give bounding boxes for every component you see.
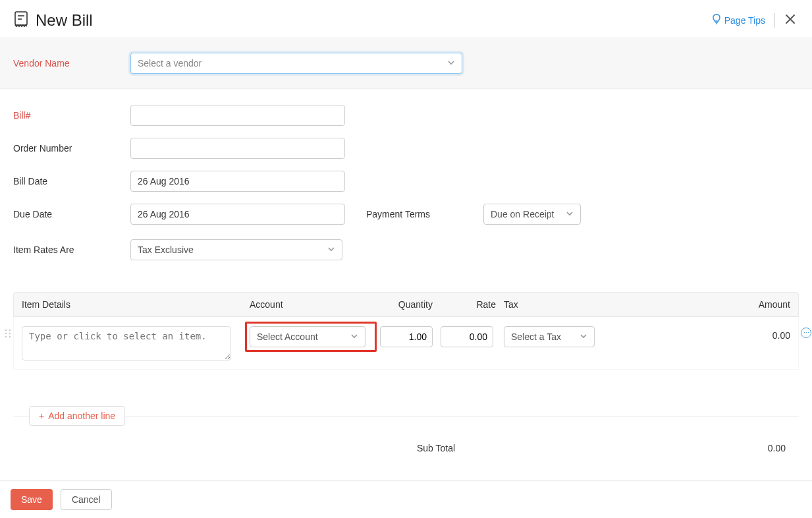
col-account: Account bbox=[250, 299, 380, 310]
row-more-button[interactable]: ⋯ bbox=[801, 328, 811, 338]
table-row: Select Account Select a Tax 0.00 bbox=[13, 317, 799, 370]
payment-terms-value: Due on Receipt bbox=[491, 209, 555, 219]
save-button[interactable]: Save bbox=[11, 489, 53, 510]
account-placeholder: Select Account bbox=[257, 331, 318, 342]
bill-no-input[interactable] bbox=[130, 105, 345, 126]
plus-icon: + bbox=[39, 411, 44, 421]
chevron-down-icon bbox=[566, 209, 574, 219]
due-date-input[interactable] bbox=[130, 204, 345, 225]
svg-point-7 bbox=[5, 330, 7, 331]
col-tax: Tax bbox=[504, 299, 601, 310]
title-group: New Bill bbox=[13, 11, 93, 30]
svg-point-10 bbox=[9, 333, 11, 335]
account-select[interactable]: Select Account bbox=[250, 326, 365, 347]
subtotal-value: 0.00 bbox=[768, 443, 786, 453]
chevron-down-icon bbox=[350, 331, 358, 342]
item-rates-select[interactable]: Tax Exclusive bbox=[130, 239, 342, 260]
col-quantity: Quantity bbox=[380, 299, 441, 310]
bill-date-input[interactable] bbox=[130, 171, 345, 192]
vendor-select-placeholder: Select a vendor bbox=[138, 58, 202, 69]
lightbulb-icon bbox=[712, 14, 721, 26]
due-date-label: Due Date bbox=[13, 209, 130, 219]
drag-handle-icon[interactable] bbox=[5, 329, 11, 340]
bill-date-label: Bill Date bbox=[13, 176, 130, 187]
divider bbox=[774, 13, 775, 28]
bill-no-label: Bill# bbox=[13, 110, 130, 121]
form-area: Bill# Order Number Bill Date Due Date Pa… bbox=[0, 89, 812, 279]
items-table: Item Details Account Quantity Rate Tax A… bbox=[13, 292, 799, 370]
rate-input[interactable] bbox=[441, 326, 493, 347]
svg-point-9 bbox=[5, 333, 7, 335]
chevron-down-icon bbox=[327, 245, 335, 255]
item-rates-value: Tax Exclusive bbox=[138, 245, 194, 255]
item-details-input[interactable] bbox=[22, 326, 231, 360]
col-rate: Rate bbox=[441, 299, 504, 310]
tax-placeholder: Select a Tax bbox=[511, 331, 561, 342]
page-header: New Bill Page Tips bbox=[0, 0, 812, 38]
page-title: New Bill bbox=[36, 11, 93, 30]
page-tips-link[interactable]: Page Tips bbox=[712, 14, 765, 26]
bill-icon bbox=[13, 11, 29, 30]
svg-point-8 bbox=[9, 330, 11, 331]
tax-select[interactable]: Select a Tax bbox=[504, 326, 595, 347]
order-no-label: Order Number bbox=[13, 143, 130, 154]
table-header: Item Details Account Quantity Rate Tax A… bbox=[13, 292, 799, 317]
vendor-name-label: Vendor Name bbox=[13, 58, 130, 69]
close-button[interactable] bbox=[784, 13, 796, 27]
amount-value: 0.00 bbox=[603, 326, 790, 341]
svg-point-11 bbox=[5, 336, 7, 338]
svg-point-12 bbox=[9, 336, 11, 338]
header-actions: Page Tips bbox=[712, 13, 796, 28]
order-no-input[interactable] bbox=[130, 138, 345, 159]
chevron-down-icon bbox=[580, 331, 587, 342]
payment-terms-label: Payment Terms bbox=[366, 209, 483, 219]
add-line-label: Add another line bbox=[48, 411, 115, 421]
payment-terms-select[interactable]: Due on Receipt bbox=[483, 204, 581, 225]
col-amount: Amount bbox=[601, 299, 790, 310]
item-rates-label: Item Rates Are bbox=[13, 245, 130, 255]
vendor-section: Vendor Name Select a vendor bbox=[0, 38, 812, 89]
add-line-row: + Add another line bbox=[13, 416, 799, 417]
page-tips-label: Page Tips bbox=[724, 15, 765, 26]
svg-rect-0 bbox=[15, 12, 27, 25]
col-item: Item Details bbox=[22, 299, 250, 310]
account-highlight: Select Account bbox=[245, 322, 377, 352]
subtotal-label: Sub Total bbox=[417, 443, 455, 453]
row-actions: ⋯ ✕ bbox=[801, 328, 812, 338]
chevron-down-icon bbox=[447, 58, 455, 69]
cancel-button[interactable]: Cancel bbox=[61, 489, 112, 510]
add-line-button[interactable]: + Add another line bbox=[29, 406, 125, 426]
vendor-select[interactable]: Select a vendor bbox=[130, 53, 462, 74]
quantity-input[interactable] bbox=[380, 326, 433, 347]
footer-bar: Save Cancel bbox=[0, 480, 812, 518]
